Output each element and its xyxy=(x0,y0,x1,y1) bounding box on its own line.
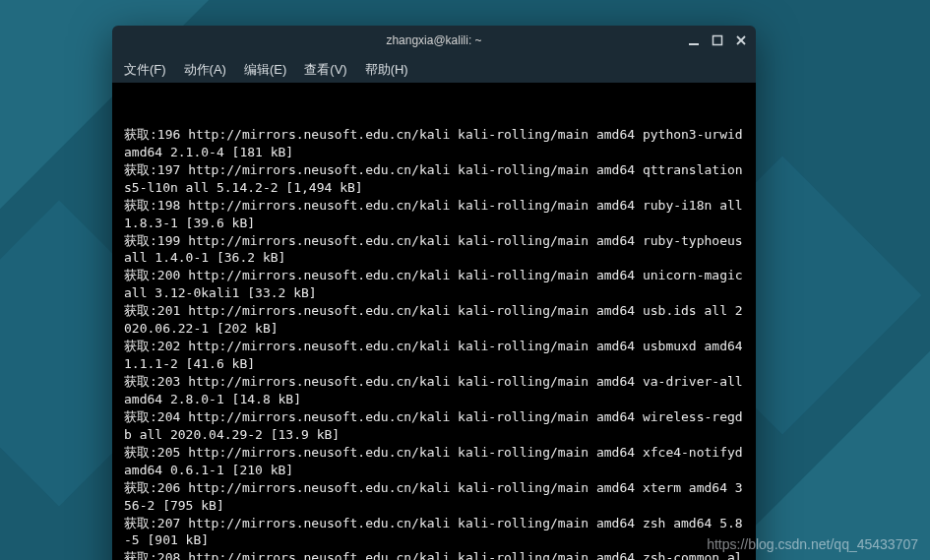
terminal-line: 获取:205 http://mirrors.neusoft.edu.cn/kal… xyxy=(124,444,744,479)
menubar: 文件(F) 动作(A) 编辑(E) 查看(V) 帮助(H) xyxy=(112,55,756,83)
svg-rect-1 xyxy=(713,36,722,45)
menu-view[interactable]: 查看(V) xyxy=(304,61,346,79)
window-title: zhangxia@kalili: ~ xyxy=(386,33,481,47)
terminal-line: 获取:208 http://mirrors.neusoft.edu.cn/kal… xyxy=(124,549,744,560)
menu-edit[interactable]: 编辑(E) xyxy=(244,61,286,79)
terminal-line: 获取:203 http://mirrors.neusoft.edu.cn/kal… xyxy=(124,373,744,408)
terminal-line: 获取:206 http://mirrors.neusoft.edu.cn/kal… xyxy=(124,479,744,515)
terminal-line: 获取:198 http://mirrors.neusoft.edu.cn/kal… xyxy=(124,197,744,232)
terminal-window: zhangxia@kalili: ~ 文件(F) 动作(A) 编辑(E) 查看(… xyxy=(112,26,756,560)
terminal-line: 获取:207 http://mirrors.neusoft.edu.cn/kal… xyxy=(124,515,744,550)
terminal-line: 获取:200 http://mirrors.neusoft.edu.cn/kal… xyxy=(124,267,744,302)
terminal-line: 获取:204 http://mirrors.neusoft.edu.cn/kal… xyxy=(124,408,744,444)
watermark: https://blog.csdn.net/qq_45433707 xyxy=(707,536,918,552)
menu-file[interactable]: 文件(F) xyxy=(124,61,166,79)
terminal-line: 获取:202 http://mirrors.neusoft.edu.cn/kal… xyxy=(124,338,744,373)
terminal-line: 获取:199 http://mirrors.neusoft.edu.cn/kal… xyxy=(124,232,744,268)
maximize-button[interactable] xyxy=(711,33,724,47)
close-button[interactable] xyxy=(734,33,748,47)
terminal-line: 获取:201 http://mirrors.neusoft.edu.cn/kal… xyxy=(124,302,744,338)
menu-action[interactable]: 动作(A) xyxy=(184,61,226,79)
terminal-line: 获取:197 http://mirrors.neusoft.edu.cn/kal… xyxy=(124,161,744,197)
window-controls xyxy=(687,26,748,55)
minimize-button[interactable] xyxy=(687,33,701,47)
titlebar[interactable]: zhangxia@kalili: ~ xyxy=(112,26,756,55)
terminal-line: 获取:196 http://mirrors.neusoft.edu.cn/kal… xyxy=(124,126,744,161)
menu-help[interactable]: 帮助(H) xyxy=(365,61,408,79)
terminal-output[interactable]: 获取:196 http://mirrors.neusoft.edu.cn/kal… xyxy=(112,83,756,560)
